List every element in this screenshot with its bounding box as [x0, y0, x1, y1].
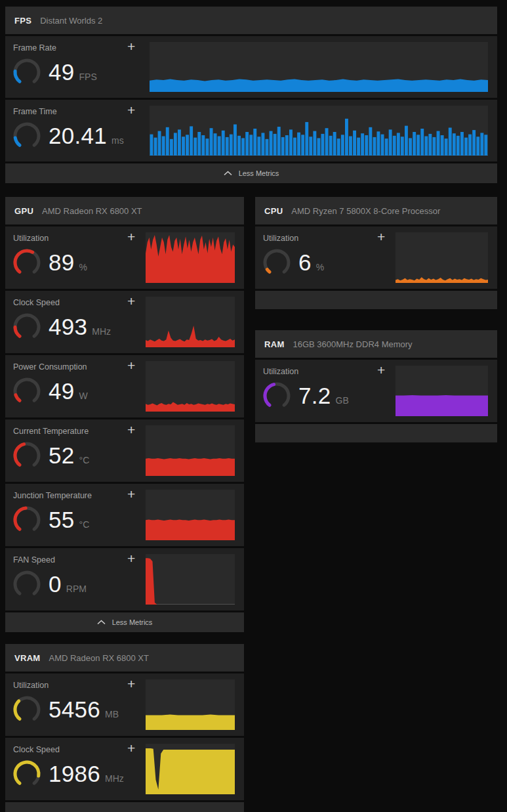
- add-metric-button[interactable]: +: [127, 677, 135, 691]
- gauge-icon: [262, 247, 292, 278]
- metric-value: 1986: [49, 761, 100, 787]
- metric-row-gpu-fan-speed: FAN Speed + 0 RPM: [5, 548, 244, 610]
- metric-label: Utilization: [13, 681, 49, 690]
- panel-subtitle: Distant Worlds 2: [40, 16, 102, 26]
- metric-value: 52: [49, 442, 75, 469]
- metric-sparkline: [150, 106, 488, 156]
- metric-reading: 20.41 ms: [12, 121, 124, 151]
- metric-label: Power Consumption: [13, 362, 87, 372]
- panel-footer-bar[interactable]: [5, 802, 244, 812]
- metric-unit: %: [316, 262, 324, 272]
- metric-reading: 89 %: [12, 247, 87, 278]
- metric-value: 20.41: [49, 123, 107, 149]
- metric-sparkline: [146, 425, 235, 476]
- panel-footer-bar[interactable]: [255, 424, 497, 442]
- metric-value: 49: [49, 378, 75, 404]
- gauge-icon: [12, 569, 42, 599]
- add-metric-button[interactable]: +: [127, 103, 135, 117]
- less-metrics-label: Less Metrics: [239, 169, 279, 177]
- gauge-icon: [262, 381, 292, 411]
- metric-unit: FPS: [79, 72, 97, 82]
- metric-sparkline: [146, 361, 235, 412]
- metric-row-vram-clock-speed: Clock Speed + 1986 MHz: [5, 738, 244, 800]
- add-metric-button[interactable]: +: [377, 230, 385, 244]
- add-metric-button[interactable]: +: [127, 294, 135, 308]
- metric-reading: 7.2 GB: [262, 381, 349, 411]
- metric-row-vram-utilization: Utilization + 5456 MB: [5, 673, 244, 736]
- metric-value: 5456: [49, 696, 100, 723]
- chevron-up-icon: [224, 171, 232, 176]
- metric-unit: °C: [79, 455, 90, 465]
- panel-subtitle: AMD Ryzen 7 5800X 8-Core Processor: [291, 206, 440, 216]
- metric-reading: 5456 MB: [12, 694, 119, 725]
- gauge-icon: [12, 121, 42, 151]
- metric-row-gpu-current-temperature: Current Temperature + 52 °C: [5, 419, 244, 482]
- metric-label: Utilization: [263, 367, 298, 376]
- metric-value: 6: [298, 249, 312, 276]
- metric-label: Frame Rate: [13, 43, 56, 53]
- metric-value: 7.2: [298, 383, 331, 409]
- add-metric-button[interactable]: +: [127, 39, 135, 53]
- metric-sparkline: [146, 679, 235, 730]
- metric-value: 0: [49, 571, 62, 597]
- metric-label: Clock Speed: [13, 745, 60, 754]
- panel-header: GPU AMD Radeon RX 6800 XT: [5, 197, 244, 224]
- metric-sparkline: [146, 554, 235, 605]
- add-metric-button[interactable]: +: [127, 741, 135, 755]
- metric-unit: MHz: [105, 773, 124, 784]
- metric-label: Current Temperature: [13, 427, 89, 436]
- panel-subtitle: AMD Radeon RX 6800 XT: [49, 653, 148, 663]
- metric-label: Frame Time: [13, 107, 57, 116]
- add-metric-button[interactable]: +: [127, 423, 135, 437]
- metric-reading: 6 %: [262, 247, 324, 278]
- vram-panel: VRAM AMD Radeon RX 6800 XT Utilization +…: [5, 644, 244, 812]
- metric-row-cpu-utilization: Utilization + 6 %: [255, 226, 497, 289]
- metric-sparkline: [146, 232, 235, 283]
- metric-reading: 493 MHz: [12, 312, 111, 342]
- panel-title: CPU: [264, 206, 283, 216]
- metric-label: FAN Speed: [13, 555, 55, 565]
- metric-reading: 55 °C: [12, 505, 89, 535]
- metric-row-gpu-clock-speed: Clock Speed + 493 MHz: [5, 291, 244, 353]
- fps-column: FPS Distant Worlds 2 Frame Rate + 49 FPS…: [5, 7, 497, 185]
- right-column: CPU AMD Ryzen 7 5800X 8-Core Processor U…: [255, 197, 497, 442]
- metric-sparkline: [146, 297, 235, 347]
- cpu-panel: CPU AMD Ryzen 7 5800X 8-Core Processor U…: [255, 197, 497, 309]
- add-metric-button[interactable]: +: [127, 487, 135, 501]
- less-metrics-button[interactable]: Less Metrics: [5, 163, 497, 183]
- metric-unit: GB: [336, 395, 349, 406]
- add-metric-button[interactable]: +: [127, 230, 135, 244]
- gauge-icon: [12, 376, 42, 406]
- panel-header: RAM 16GB 3600MHz DDR4 Memory: [255, 330, 497, 358]
- metric-label: Utilization: [263, 234, 298, 243]
- metric-sparkline: [150, 42, 488, 92]
- metric-row-frame-time: Frame Time + 20.41 ms: [5, 100, 497, 161]
- gauge-icon: [12, 505, 42, 535]
- metric-sparkline: [146, 490, 235, 540]
- gauge-icon: [12, 694, 42, 725]
- panel-title: FPS: [14, 16, 31, 26]
- less-metrics-button[interactable]: Less Metrics: [5, 612, 244, 632]
- metric-reading: 49 W: [12, 376, 88, 406]
- metric-unit: °C: [79, 519, 90, 530]
- panel-footer-bar[interactable]: [255, 291, 497, 309]
- panel-header: VRAM AMD Radeon RX 6800 XT: [5, 644, 244, 672]
- left-column: GPU AMD Radeon RX 6800 XT Utilization + …: [5, 197, 244, 812]
- metric-row-gpu-power: Power Consumption + 49 W: [5, 355, 244, 417]
- metric-unit: MHz: [92, 326, 111, 337]
- gpu-panel: GPU AMD Radeon RX 6800 XT Utilization + …: [5, 197, 244, 632]
- metric-sparkline: [146, 744, 235, 794]
- gauge-icon: [12, 759, 42, 789]
- less-metrics-label: Less Metrics: [112, 618, 153, 626]
- metric-unit: W: [79, 391, 88, 401]
- add-metric-button[interactable]: +: [127, 358, 135, 372]
- metric-reading: 52 °C: [12, 440, 89, 471]
- metric-unit: ms: [112, 135, 124, 146]
- metric-value: 55: [49, 507, 75, 533]
- panel-header: FPS Distant Worlds 2: [5, 7, 497, 34]
- gauge-icon: [12, 247, 42, 278]
- add-metric-button[interactable]: +: [377, 363, 385, 377]
- add-metric-button[interactable]: +: [127, 551, 135, 565]
- gauge-icon: [12, 57, 42, 87]
- gauge-icon: [12, 312, 42, 342]
